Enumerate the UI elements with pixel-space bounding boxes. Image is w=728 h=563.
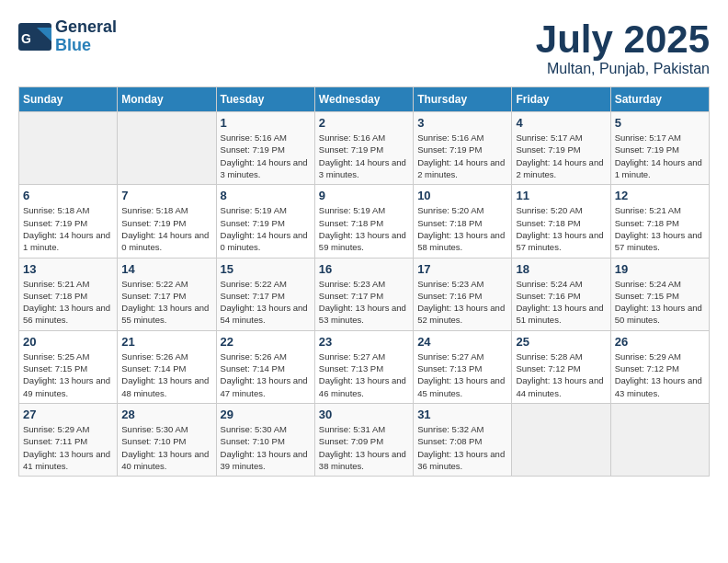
day-number: 3: [417, 116, 507, 130]
day-detail: Sunrise: 5:23 AM Sunset: 7:16 PM Dayligh…: [417, 278, 507, 327]
calendar-cell: 29Sunrise: 5:30 AM Sunset: 7:10 PM Dayli…: [216, 403, 314, 476]
weekday-header: Thursday: [414, 87, 512, 112]
day-detail: Sunrise: 5:16 AM Sunset: 7:19 PM Dayligh…: [319, 132, 409, 180]
day-detail: Sunrise: 5:16 AM Sunset: 7:19 PM Dayligh…: [417, 132, 507, 180]
day-detail: Sunrise: 5:30 AM Sunset: 7:10 PM Dayligh…: [121, 423, 211, 472]
calendar-header: SundayMondayTuesdayWednesdayThursdayFrid…: [19, 87, 710, 112]
calendar-week-row: 20Sunrise: 5:25 AM Sunset: 7:15 PM Dayli…: [19, 330, 710, 403]
svg-text:G: G: [21, 31, 31, 46]
day-number: 9: [319, 189, 409, 202]
calendar-cell: 24Sunrise: 5:27 AM Sunset: 7:13 PM Dayli…: [414, 330, 512, 403]
day-number: 30: [319, 408, 409, 421]
day-number: 29: [221, 408, 311, 421]
day-detail: Sunrise: 5:30 AM Sunset: 7:10 PM Dayligh…: [221, 423, 311, 472]
logo: G General Blue: [18, 18, 117, 55]
day-number: 19: [615, 262, 705, 276]
day-number: 12: [615, 189, 705, 202]
calendar-cell: 25Sunrise: 5:28 AM Sunset: 7:12 PM Dayli…: [512, 330, 610, 403]
day-detail: Sunrise: 5:19 AM Sunset: 7:18 PM Dayligh…: [319, 204, 409, 253]
logo-blue: Blue: [55, 37, 117, 55]
day-number: 4: [516, 116, 606, 130]
calendar-cell: 21Sunrise: 5:26 AM Sunset: 7:14 PM Dayli…: [118, 330, 216, 403]
logo-icon: G: [18, 23, 51, 51]
calendar-cell: 31Sunrise: 5:32 AM Sunset: 7:08 PM Dayli…: [414, 403, 512, 476]
day-number: 22: [221, 335, 311, 349]
calendar-cell: 19Sunrise: 5:24 AM Sunset: 7:15 PM Dayli…: [610, 258, 709, 330]
day-detail: Sunrise: 5:24 AM Sunset: 7:15 PM Dayligh…: [615, 278, 705, 327]
calendar-week-row: 13Sunrise: 5:21 AM Sunset: 7:18 PM Dayli…: [19, 258, 710, 330]
day-number: 21: [121, 335, 211, 349]
day-number: 28: [121, 408, 211, 421]
calendar-cell: 16Sunrise: 5:23 AM Sunset: 7:17 PM Dayli…: [314, 258, 413, 330]
calendar-cell: 1Sunrise: 5:16 AM Sunset: 7:19 PM Daylig…: [216, 112, 314, 185]
calendar-cell: 18Sunrise: 5:24 AM Sunset: 7:16 PM Dayli…: [512, 258, 610, 330]
day-number: 6: [23, 189, 113, 202]
calendar-cell: 30Sunrise: 5:31 AM Sunset: 7:09 PM Dayli…: [314, 403, 413, 476]
page-header: G General Blue July 2025 Multan, Punjab,…: [18, 18, 710, 77]
calendar-cell: 2Sunrise: 5:16 AM Sunset: 7:19 PM Daylig…: [314, 112, 413, 185]
day-detail: Sunrise: 5:22 AM Sunset: 7:17 PM Dayligh…: [221, 278, 311, 327]
calendar-cell: [118, 112, 216, 185]
calendar-week-row: 27Sunrise: 5:29 AM Sunset: 7:11 PM Dayli…: [19, 403, 710, 476]
day-detail: Sunrise: 5:17 AM Sunset: 7:19 PM Dayligh…: [516, 132, 606, 180]
day-number: 31: [417, 408, 507, 421]
calendar-cell: [19, 112, 118, 185]
day-number: 7: [121, 189, 211, 202]
weekday-header: Sunday: [19, 87, 118, 112]
day-number: 10: [417, 189, 507, 202]
logo-general: General: [55, 18, 117, 37]
day-number: 1: [221, 116, 311, 130]
day-detail: Sunrise: 5:28 AM Sunset: 7:12 PM Dayligh…: [516, 350, 606, 399]
day-detail: Sunrise: 5:21 AM Sunset: 7:18 PM Dayligh…: [23, 278, 113, 327]
calendar-week-row: 6Sunrise: 5:18 AM Sunset: 7:19 PM Daylig…: [19, 185, 710, 258]
day-number: 17: [417, 262, 507, 276]
location: Multan, Punjab, Pakistan: [536, 61, 710, 77]
month-title: July 2025: [536, 18, 710, 61]
calendar-cell: [610, 403, 709, 476]
calendar-cell: 3Sunrise: 5:16 AM Sunset: 7:19 PM Daylig…: [414, 112, 512, 185]
calendar-cell: 27Sunrise: 5:29 AM Sunset: 7:11 PM Dayli…: [19, 403, 118, 476]
day-detail: Sunrise: 5:32 AM Sunset: 7:08 PM Dayligh…: [417, 423, 507, 472]
day-detail: Sunrise: 5:18 AM Sunset: 7:19 PM Dayligh…: [121, 204, 211, 253]
day-number: 2: [319, 116, 409, 130]
day-detail: Sunrise: 5:24 AM Sunset: 7:16 PM Dayligh…: [516, 278, 606, 327]
day-detail: Sunrise: 5:20 AM Sunset: 7:18 PM Dayligh…: [417, 204, 507, 253]
calendar-cell: 17Sunrise: 5:23 AM Sunset: 7:16 PM Dayli…: [414, 258, 512, 330]
day-detail: Sunrise: 5:29 AM Sunset: 7:11 PM Dayligh…: [23, 423, 113, 472]
day-number: 25: [516, 335, 606, 349]
calendar-week-row: 1Sunrise: 5:16 AM Sunset: 7:19 PM Daylig…: [19, 112, 710, 185]
calendar-cell: 7Sunrise: 5:18 AM Sunset: 7:19 PM Daylig…: [118, 185, 216, 258]
title-block: July 2025 Multan, Punjab, Pakistan: [536, 18, 710, 77]
weekday-header: Saturday: [610, 87, 709, 112]
day-detail: Sunrise: 5:31 AM Sunset: 7:09 PM Dayligh…: [319, 423, 409, 472]
day-number: 14: [121, 262, 211, 276]
day-number: 13: [23, 262, 113, 276]
calendar-cell: [512, 403, 610, 476]
day-number: 23: [319, 335, 409, 349]
day-detail: Sunrise: 5:29 AM Sunset: 7:12 PM Dayligh…: [615, 350, 705, 399]
weekday-header: Friday: [512, 87, 610, 112]
header-row: SundayMondayTuesdayWednesdayThursdayFrid…: [19, 87, 710, 112]
day-number: 8: [221, 189, 311, 202]
day-number: 11: [516, 189, 606, 202]
calendar-cell: 8Sunrise: 5:19 AM Sunset: 7:19 PM Daylig…: [216, 185, 314, 258]
day-number: 5: [615, 116, 705, 130]
day-number: 18: [516, 262, 606, 276]
calendar-cell: 22Sunrise: 5:26 AM Sunset: 7:14 PM Dayli…: [216, 330, 314, 403]
day-detail: Sunrise: 5:20 AM Sunset: 7:18 PM Dayligh…: [516, 204, 606, 253]
day-number: 27: [23, 408, 113, 421]
day-detail: Sunrise: 5:22 AM Sunset: 7:17 PM Dayligh…: [121, 278, 211, 327]
calendar-body: 1Sunrise: 5:16 AM Sunset: 7:19 PM Daylig…: [19, 112, 710, 477]
weekday-header: Tuesday: [216, 87, 314, 112]
day-number: 20: [23, 335, 113, 349]
day-detail: Sunrise: 5:27 AM Sunset: 7:13 PM Dayligh…: [319, 350, 409, 399]
calendar-cell: 23Sunrise: 5:27 AM Sunset: 7:13 PM Dayli…: [314, 330, 413, 403]
calendar-cell: 28Sunrise: 5:30 AM Sunset: 7:10 PM Dayli…: [118, 403, 216, 476]
weekday-header: Wednesday: [314, 87, 413, 112]
calendar-cell: 4Sunrise: 5:17 AM Sunset: 7:19 PM Daylig…: [512, 112, 610, 185]
day-detail: Sunrise: 5:25 AM Sunset: 7:15 PM Dayligh…: [23, 350, 113, 399]
weekday-header: Monday: [118, 87, 216, 112]
calendar-cell: 13Sunrise: 5:21 AM Sunset: 7:18 PM Dayli…: [19, 258, 118, 330]
day-detail: Sunrise: 5:18 AM Sunset: 7:19 PM Dayligh…: [23, 204, 113, 253]
day-detail: Sunrise: 5:27 AM Sunset: 7:13 PM Dayligh…: [417, 350, 507, 399]
